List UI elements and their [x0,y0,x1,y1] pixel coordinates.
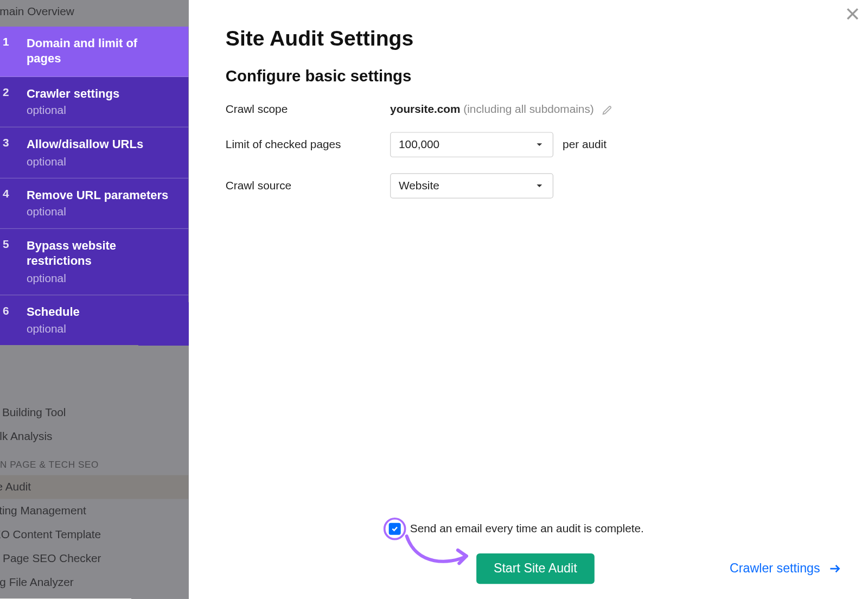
bg-item: ulk Analysis [0,425,182,449]
wizard-step-label: Domain and limit of pages [27,36,175,67]
page-title: Site Audit Settings [226,27,831,51]
wizard-step-number: 5 [0,238,27,251]
limit-select-value: 100,000 [399,138,439,151]
wizard-sidebar: 1 Domain and limit of pages 2 Crawler se… [0,27,188,345]
limit-suffix: per audit [563,138,607,151]
wizard-step-label: Remove URL parameters [27,188,175,203]
wizard-step-6[interactable]: 6 Schedule optional [0,295,188,345]
wizard-step-label: Bypass website restrictions [27,238,175,269]
limit-label: Limit of checked pages [226,138,390,151]
source-select-value: Website [399,179,439,192]
wizard-step-5[interactable]: 5 Bypass website restrictions optional [0,229,188,295]
wizard-step-number: 6 [0,304,27,317]
arrow-right-icon [828,562,841,575]
bg-item: sting Management [0,499,182,523]
wizard-step-optional: optional [27,206,175,219]
wizard-step-1[interactable]: 1 Domain and limit of pages [0,27,188,77]
page-subtitle: Configure basic settings [226,67,831,86]
crawl-scope-hint: (including all subdomains) [463,103,593,116]
wizard-step-label: Crawler settings [27,86,175,102]
wizard-step-number: 1 [0,36,27,49]
limit-select[interactable]: 100,000 [390,132,553,157]
wizard-step-optional: optional [27,155,175,168]
close-icon[interactable] [844,5,861,23]
wizard-step-label: Allow/disallow URLs [27,137,175,152]
wizard-step-number: 2 [0,86,27,99]
bg-item: og File Analyzer [0,571,182,595]
edit-icon[interactable] [601,104,613,116]
bg-item: EO Content Template [0,523,182,547]
crawler-settings-link-label: Crawler settings [730,562,820,576]
source-select[interactable]: Website [390,173,553,198]
email-checkbox[interactable] [389,523,401,535]
source-label: Crawl source [226,179,390,192]
wizard-step-2[interactable]: 2 Crawler settings optional [0,77,188,128]
checkbox-highlight [384,518,406,540]
crawl-scope-value: yoursite.com [390,103,460,116]
settings-panel: Site Audit Settings Configure basic sett… [188,0,867,598]
chevron-down-icon [534,181,545,192]
crawler-settings-link[interactable]: Crawler settings [730,562,841,576]
crawl-scope-value-wrap: yoursite.com (including all subdomains) [390,103,613,116]
wizard-step-optional: optional [27,272,175,285]
wizard-step-number: 4 [0,188,27,201]
wizard-step-optional: optional [27,104,175,117]
wizard-step-3[interactable]: 3 Allow/disallow URLs optional [0,128,188,178]
wizard-step-optional: optional [27,323,175,336]
email-row: Send an email every time an audit is com… [384,518,841,540]
bg-item-selected: te Audit [0,475,188,499]
wizard-step-4[interactable]: 4 Remove URL parameters optional [0,178,188,228]
bg-item: omain Overview [0,0,182,24]
limit-row: Limit of checked pages 100,000 per audit [226,132,831,157]
bg-item: n Page SEO Checker [0,547,182,571]
source-row: Crawl source Website [226,173,831,198]
chevron-down-icon [534,139,545,150]
crawl-scope-label: Crawl scope [226,103,390,116]
crawl-scope-row: Crawl scope yoursite.com (including all … [226,103,831,116]
email-label: Send an email every time an audit is com… [410,522,644,536]
bg-item: k Building Tool [0,401,182,425]
wizard-step-label: Schedule [27,304,175,320]
wizard-step-number: 3 [0,137,27,150]
start-site-audit-button[interactable]: Start Site Audit [476,553,594,584]
bg-section-label: N PAGE & TECH SEO [0,449,188,475]
